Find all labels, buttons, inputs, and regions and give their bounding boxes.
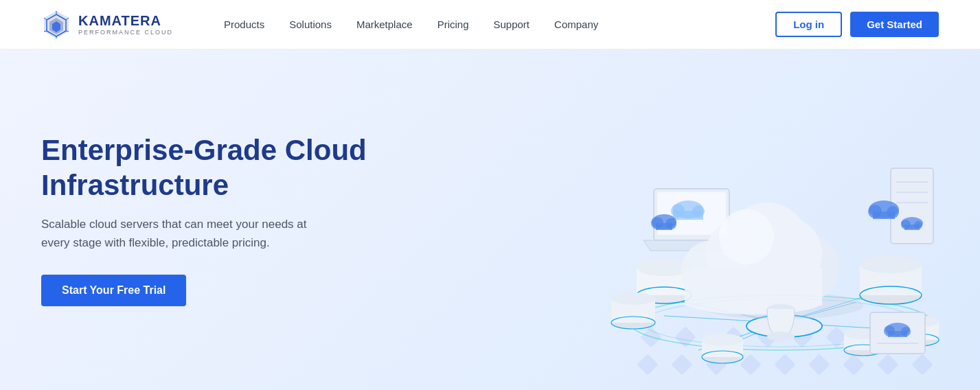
svg-point-42: [611, 292, 655, 305]
svg-rect-22: [843, 354, 864, 375]
nav-solutions[interactable]: Solutions: [280, 14, 341, 34]
svg-rect-25: [671, 354, 692, 375]
nav-support[interactable]: Support: [484, 14, 540, 34]
get-started-button[interactable]: Get Started: [850, 12, 939, 37]
svg-rect-101: [888, 331, 907, 337]
logo-icon: [41, 10, 71, 40]
brand-subtitle: PERFORMANCE CLOUD: [78, 29, 173, 36]
svg-rect-26: [637, 354, 658, 375]
nav-links: Products Solutions Marketplace Pricing S…: [214, 14, 775, 34]
svg-point-55: [860, 255, 922, 273]
hero-section: Enterprise-Grade Cloud Infrastructure Sc…: [0, 49, 980, 390]
login-button[interactable]: Log in: [775, 12, 842, 37]
logo[interactable]: KAMATERA PERFORMANCE CLOUD: [41, 10, 173, 40]
brand-name: KAMATERA: [78, 13, 173, 29]
svg-point-78: [719, 209, 774, 264]
nav-company[interactable]: Company: [545, 14, 608, 34]
nav-pricing[interactable]: Pricing: [428, 14, 479, 34]
svg-rect-21: [808, 354, 830, 375]
hero-subtitle: Scalable cloud servers that can meet you…: [41, 215, 337, 252]
free-trial-button[interactable]: Start Your Free Trial: [41, 275, 186, 306]
svg-rect-88: [904, 225, 920, 230]
cloud-scene-svg: [527, 62, 953, 378]
navbar: KAMATERA PERFORMANCE CLOUD Products Solu…: [0, 0, 980, 49]
svg-point-80: [685, 290, 822, 314]
svg-rect-24: [911, 354, 933, 375]
hero-content: Enterprise-Grade Cloud Infrastructure Sc…: [41, 133, 426, 306]
svg-point-104: [767, 332, 795, 341]
svg-rect-96: [873, 211, 895, 219]
hero-illustration: [527, 62, 953, 378]
svg-rect-92: [656, 223, 672, 230]
nav-products[interactable]: Products: [214, 14, 274, 34]
nav-marketplace[interactable]: Marketplace: [347, 14, 422, 34]
hero-title: Enterprise-Grade Cloud Infrastructure: [41, 133, 426, 203]
nav-actions: Log in Get Started: [775, 12, 939, 37]
svg-rect-23: [877, 354, 898, 375]
svg-rect-20: [774, 354, 795, 375]
svg-rect-70: [673, 211, 703, 220]
svg-point-46: [702, 334, 743, 346]
